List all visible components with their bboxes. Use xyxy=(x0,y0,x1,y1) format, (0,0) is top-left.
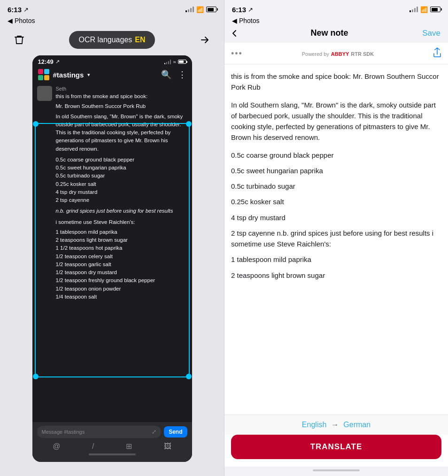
steve-ingredient-8: 1/2 teaspoon onion powder xyxy=(56,285,187,293)
image-icon[interactable]: 🖼 xyxy=(164,442,171,451)
message-title: Mr. Brown Southern Succor Pork Rub xyxy=(56,102,187,110)
right-time: 6:13 xyxy=(232,6,246,14)
note-paragraph-1: this is from the smoke and spice book: M… xyxy=(231,71,441,93)
channel-chevron-icon: ▾ xyxy=(87,72,90,78)
at-icon[interactable]: @ xyxy=(53,442,60,451)
phone-status-icons: ≈ xyxy=(164,59,186,65)
rtr-sdk-label: RTR SDK xyxy=(351,51,374,57)
note-text-area[interactable]: this is from the smoke and spice book: M… xyxy=(224,64,448,415)
ingredient-4: 0.25c kosker salt xyxy=(56,180,187,188)
page-title: New note xyxy=(311,28,348,38)
channel-left: #tastings ▾ xyxy=(38,69,91,80)
source-language[interactable]: English xyxy=(302,421,326,429)
status-bar-left: 6:13 ↗ 📶 xyxy=(0,0,224,17)
trash-button[interactable] xyxy=(9,30,29,50)
left-back-photos[interactable]: ◀ Photos xyxy=(0,17,42,27)
corner-handle-bl[interactable] xyxy=(33,374,39,379)
send-button[interactable]: Send xyxy=(164,426,187,438)
message-input-box[interactable]: Message #tastings ⤢ xyxy=(37,426,162,438)
note-item-3: 0.5c turbinado sugar xyxy=(231,181,441,192)
ingredient-2: 0.5c sweet hungarian paprika xyxy=(56,164,187,172)
phone-time: 12:49 xyxy=(38,58,54,65)
steve-ingredient-6: 1/2 teaspoon dry mustard xyxy=(56,269,187,276)
steve-ingredients-list: 1 tablespoon mild paprika 2 teaspoons li… xyxy=(56,228,187,301)
avatar xyxy=(37,86,52,101)
more-options-button[interactable]: ••• xyxy=(231,49,243,59)
abbyy-logo: ABBYY xyxy=(331,51,349,57)
powered-by-label: Powered by ABBYY RTR SDK xyxy=(302,51,374,57)
right-time-arrow: ↗ xyxy=(248,6,253,13)
channel-name: #tastings xyxy=(53,71,84,79)
share-icon-svg xyxy=(433,47,441,58)
phone-signal-icon xyxy=(164,60,171,64)
left-panel: 6:13 ↗ 📶 ◀ Photos OCR languages EN xyxy=(0,0,224,476)
nav-bar-right: New note Save xyxy=(224,25,448,43)
note-item-6: 2 tsp cayenne n.b. grind spices just bef… xyxy=(231,228,441,250)
channel-right: 🔍 ⋮ xyxy=(161,69,186,80)
message-input-placeholder: Message #tastings xyxy=(42,429,85,435)
message-input-row: Message #tastings ⤢ Send xyxy=(37,426,187,438)
message-intro: this is from the smoke and spice book: xyxy=(56,92,187,100)
home-indicator-right xyxy=(313,469,360,471)
slack-icon xyxy=(38,69,49,80)
right-wifi-icon: 📶 xyxy=(420,6,428,13)
phone-time-arrow: ↗ xyxy=(55,59,60,65)
note-paragraph-2: In old Southern slang, "Mr. Brown" is th… xyxy=(231,100,441,143)
message-text-area: Seth this is from the smoke and spice bo… xyxy=(56,86,187,301)
note-item-7: 1 tablespoon mild paprika xyxy=(231,254,441,265)
note-item-2: 0.5c sweet hungarian paprika xyxy=(231,165,441,176)
expand-icon: ⤢ xyxy=(152,429,156,435)
message-body: In old Southern slang, "Mr. Brown" is th… xyxy=(56,113,187,153)
phone-input-area: Message #tastings ⤢ Send @ / ⊞ 🖼 xyxy=(32,422,192,462)
translate-button[interactable]: TRANSLATE xyxy=(231,435,441,459)
ocr-languages-button[interactable]: OCR languages EN xyxy=(69,31,154,49)
save-button[interactable]: Save xyxy=(422,29,440,38)
left-time: 6:13 xyxy=(8,6,22,14)
target-language[interactable]: German xyxy=(343,421,371,429)
steve-ingredient-4: 1/2 teaspoon celery salt xyxy=(56,253,187,261)
phone-screenshot: 12:49 ↗ ≈ #tastings ▾ xyxy=(32,55,192,462)
note-item-5: 4 tsp dry mustard xyxy=(231,212,441,223)
right-battery-icon xyxy=(430,7,440,12)
search-icon[interactable]: 🔍 xyxy=(161,69,171,80)
steve-ingredient-7: 1/2 teaspoon freshly ground black pepper xyxy=(56,276,187,284)
next-arrow-button[interactable] xyxy=(195,30,215,50)
left-battery-icon xyxy=(206,7,216,12)
steve-ingredient-2: 2 teaspoons light brown sugar xyxy=(56,236,187,244)
ingredient-5: 4 tsp dry mustard xyxy=(56,188,187,196)
note-item-4: 0.25c kosker salt xyxy=(231,196,441,207)
phone-home-indicator xyxy=(89,453,136,455)
right-signal-icon xyxy=(409,7,418,12)
phone-toolbar-icons: @ / ⊞ 🖼 xyxy=(37,441,187,452)
phone-status-bar: 12:49 ↗ ≈ xyxy=(32,55,192,67)
phone-message-content: Seth this is from the smoke and spice bo… xyxy=(32,83,192,422)
steve-ingredient-5: 1/2 teaspoon garlic salt xyxy=(56,261,187,269)
back-button[interactable] xyxy=(232,30,237,37)
back-arrow-icon xyxy=(232,30,237,37)
right-panel: 6:13 ↗ 📶 ◀ Photos New note Save ••• xyxy=(224,0,448,476)
slash-icon[interactable]: / xyxy=(92,442,94,451)
status-bar-right: 6:13 ↗ 📶 xyxy=(224,0,448,17)
note-card: ••• Powered by ABBYY RTR SDK this is fro… xyxy=(224,43,448,467)
note-card-header: ••• Powered by ABBYY RTR SDK xyxy=(224,43,448,64)
phone-wifi-icon: ≈ xyxy=(173,59,176,65)
left-toolbar: OCR languages EN xyxy=(0,27,224,55)
steve-ingredient-3: 1 1/2 teaspoons hot paprika xyxy=(56,244,187,252)
phone-battery-icon xyxy=(178,60,186,64)
note-item-1: 0.5c coarse ground black pepper xyxy=(231,150,441,161)
left-time-arrow: ↗ xyxy=(23,6,29,13)
steve-text: i sometime use Steve Raichlen's: xyxy=(56,218,187,226)
left-wifi-icon: 📶 xyxy=(196,6,204,13)
corner-handle-br[interactable] xyxy=(186,374,192,379)
ocr-languages-label: OCR languages xyxy=(78,36,132,44)
ingredients-list: 0.5c coarse ground black pepper 0.5c swe… xyxy=(56,156,187,205)
right-back-photos[interactable]: ◀ Photos xyxy=(224,17,448,25)
channel-bar: #tastings ▾ 🔍 ⋮ xyxy=(32,67,192,83)
more-icon[interactable]: ⋮ xyxy=(178,69,186,80)
message-sender: Seth this is from the smoke and spice bo… xyxy=(37,86,187,301)
nb-text: n.b. grind spices just before using for … xyxy=(56,207,187,215)
share-button[interactable] xyxy=(433,47,441,60)
trash-icon xyxy=(14,34,25,46)
left-signal-icon xyxy=(185,7,194,12)
attachment-icon[interactable]: ⊞ xyxy=(126,442,132,451)
